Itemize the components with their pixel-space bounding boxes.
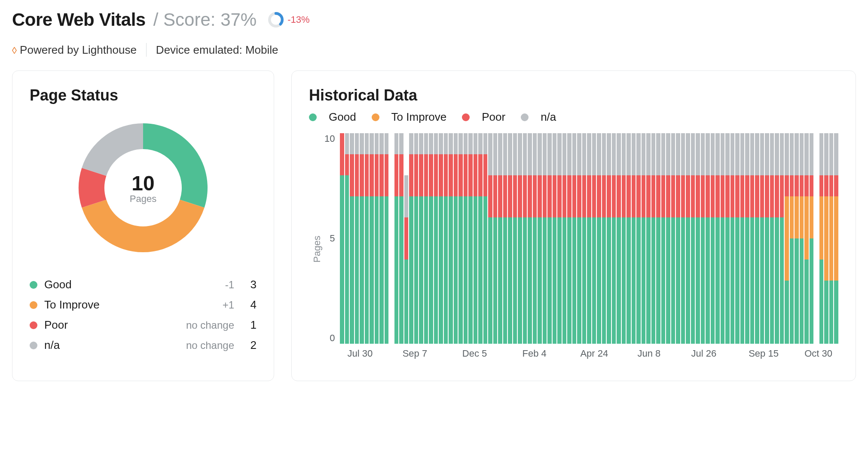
history-bar[interactable] (464, 133, 468, 344)
history-bar[interactable] (765, 133, 769, 344)
history-bar[interactable] (355, 133, 359, 344)
history-bar[interactable] (636, 133, 641, 344)
history-bar[interactable] (468, 133, 473, 344)
history-bar[interactable] (370, 133, 374, 344)
history-bar[interactable] (587, 133, 591, 344)
history-bar[interactable] (488, 133, 492, 344)
history-bar[interactable] (770, 133, 774, 344)
history-bar[interactable] (434, 133, 438, 344)
history-bar[interactable] (760, 133, 764, 344)
history-bar[interactable] (804, 133, 809, 344)
history-bar[interactable] (627, 133, 631, 344)
history-bar[interactable] (681, 133, 685, 344)
history-bar[interactable] (572, 133, 577, 344)
history-bar[interactable] (617, 133, 621, 344)
history-bar[interactable] (458, 133, 463, 344)
history-bar[interactable] (666, 133, 670, 344)
history-bar[interactable] (721, 133, 725, 344)
history-bar[interactable] (533, 133, 537, 344)
history-bar[interactable] (602, 133, 606, 344)
history-bar[interactable] (829, 133, 834, 344)
history-bar[interactable] (557, 133, 562, 344)
history-bar[interactable] (553, 133, 557, 344)
history-bar[interactable] (454, 133, 458, 344)
history-bar[interactable] (409, 133, 413, 344)
history-bar[interactable] (523, 133, 527, 344)
history-bar[interactable] (775, 133, 779, 344)
history-bar[interactable] (414, 133, 419, 344)
history-bar[interactable] (612, 133, 616, 344)
status-row-na[interactable]: n/ano change2 (30, 335, 257, 355)
history-bar[interactable] (582, 133, 587, 344)
history-bar[interactable] (493, 133, 498, 344)
history-bar[interactable] (538, 133, 542, 344)
history-bar[interactable] (810, 133, 814, 344)
history-bar[interactable] (622, 133, 626, 344)
history-bar[interactable] (607, 133, 611, 344)
history-bar[interactable] (547, 133, 552, 344)
history-bar[interactable] (439, 133, 443, 344)
history-bar[interactable] (478, 133, 483, 344)
history-bar[interactable] (745, 133, 749, 344)
legend-poor[interactable]: Poor (462, 110, 505, 124)
history-bar[interactable] (404, 133, 409, 344)
history-bar[interactable] (676, 133, 680, 344)
history-bar[interactable] (424, 133, 428, 344)
history-bar[interactable] (592, 133, 596, 344)
history-bar[interactable] (577, 133, 581, 344)
history-bar[interactable] (834, 133, 838, 344)
history-bar[interactable] (528, 133, 532, 344)
history-bar[interactable] (800, 133, 804, 344)
history-bar[interactable] (824, 133, 828, 344)
history-bar[interactable] (389, 133, 394, 344)
status-row-poor[interactable]: Poorno change1 (30, 315, 257, 335)
history-bar[interactable] (750, 133, 755, 344)
history-bar[interactable] (671, 133, 675, 344)
history-bar[interactable] (498, 133, 502, 344)
history-bar[interactable] (790, 133, 794, 344)
history-bar[interactable] (725, 133, 730, 344)
history-bar[interactable] (661, 133, 666, 344)
history-bar[interactable] (567, 133, 572, 344)
history-bar[interactable] (711, 133, 715, 344)
history-bar[interactable] (350, 133, 354, 344)
history-bar[interactable] (518, 133, 522, 344)
history-bar[interactable] (701, 133, 705, 344)
history-bar[interactable] (642, 133, 646, 344)
history-bar[interactable] (780, 133, 784, 344)
history-bar[interactable] (345, 133, 349, 344)
history-bar[interactable] (543, 133, 547, 344)
history-bar[interactable] (814, 133, 819, 344)
history-bar[interactable] (379, 133, 384, 344)
history-bar[interactable] (819, 133, 824, 344)
history-bar[interactable] (795, 133, 799, 344)
history-bar[interactable] (706, 133, 710, 344)
history-bar[interactable] (444, 133, 448, 344)
history-bar[interactable] (503, 133, 507, 344)
history-bar[interactable] (508, 133, 512, 344)
history-bar[interactable] (730, 133, 735, 344)
history-bar[interactable] (755, 133, 759, 344)
history-bar[interactable] (483, 133, 488, 344)
history-bar[interactable] (597, 133, 601, 344)
history-bar[interactable] (735, 133, 740, 344)
history-bar[interactable] (429, 133, 433, 344)
legend-na[interactable]: n/a (521, 110, 556, 124)
history-bar[interactable] (399, 133, 403, 344)
history-bar[interactable] (474, 133, 478, 344)
history-bar[interactable] (656, 133, 660, 344)
history-bar[interactable] (691, 133, 695, 344)
history-bar[interactable] (646, 133, 651, 344)
history-bar[interactable] (696, 133, 700, 344)
history-bar[interactable] (562, 133, 567, 344)
history-bar[interactable] (385, 133, 389, 344)
history-bar[interactable] (394, 133, 399, 344)
history-bar[interactable] (340, 133, 344, 344)
history-bar[interactable] (513, 133, 517, 344)
history-bar[interactable] (651, 133, 656, 344)
status-row-good[interactable]: Good-13 (30, 275, 257, 295)
history-bar[interactable] (419, 133, 423, 344)
history-bar[interactable] (785, 133, 789, 344)
history-bar[interactable] (365, 133, 369, 344)
history-bar[interactable] (686, 133, 690, 344)
